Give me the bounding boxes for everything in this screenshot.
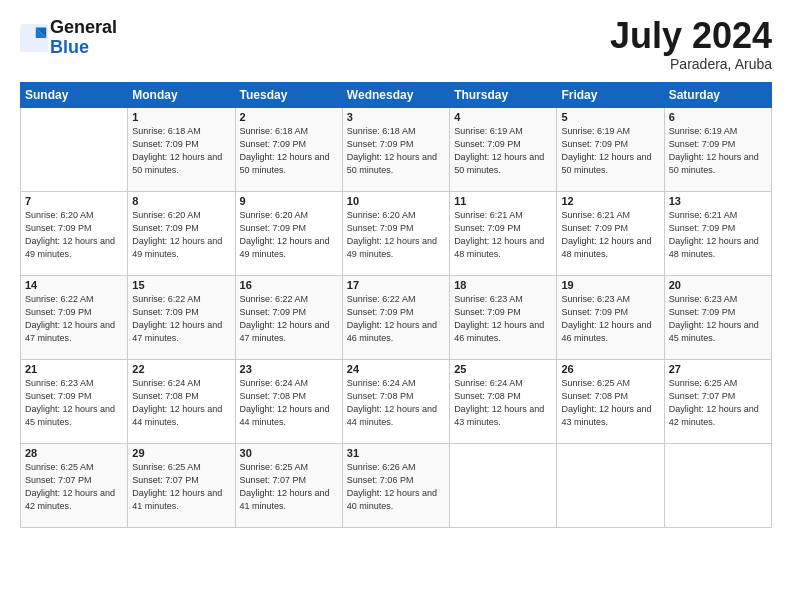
day-cell: 15Sunrise: 6:22 AMSunset: 7:09 PMDayligh… [128, 276, 235, 360]
day-number: 9 [240, 195, 338, 207]
day-cell: 26Sunrise: 6:25 AMSunset: 7:08 PMDayligh… [557, 360, 664, 444]
day-number: 14 [25, 279, 123, 291]
week-row-1: 7Sunrise: 6:20 AMSunset: 7:09 PMDaylight… [21, 192, 772, 276]
day-number: 11 [454, 195, 552, 207]
day-info: Sunrise: 6:20 AMSunset: 7:09 PMDaylight:… [132, 209, 230, 261]
day-number: 5 [561, 111, 659, 123]
day-cell: 30Sunrise: 6:25 AMSunset: 7:07 PMDayligh… [235, 444, 342, 528]
day-cell: 12Sunrise: 6:21 AMSunset: 7:09 PMDayligh… [557, 192, 664, 276]
day-number: 6 [669, 111, 767, 123]
day-info: Sunrise: 6:19 AMSunset: 7:09 PMDaylight:… [454, 125, 552, 177]
logo-general: General [50, 17, 117, 37]
week-row-4: 28Sunrise: 6:25 AMSunset: 7:07 PMDayligh… [21, 444, 772, 528]
day-number: 15 [132, 279, 230, 291]
day-cell [664, 444, 771, 528]
week-row-2: 14Sunrise: 6:22 AMSunset: 7:09 PMDayligh… [21, 276, 772, 360]
header-cell-monday: Monday [128, 83, 235, 108]
day-number: 8 [132, 195, 230, 207]
day-info: Sunrise: 6:24 AMSunset: 7:08 PMDaylight:… [454, 377, 552, 429]
day-cell: 10Sunrise: 6:20 AMSunset: 7:09 PMDayligh… [342, 192, 449, 276]
day-info: Sunrise: 6:24 AMSunset: 7:08 PMDaylight:… [132, 377, 230, 429]
day-number: 27 [669, 363, 767, 375]
day-cell: 31Sunrise: 6:26 AMSunset: 7:06 PMDayligh… [342, 444, 449, 528]
day-number: 7 [25, 195, 123, 207]
day-info: Sunrise: 6:19 AMSunset: 7:09 PMDaylight:… [669, 125, 767, 177]
day-info: Sunrise: 6:21 AMSunset: 7:09 PMDaylight:… [561, 209, 659, 261]
day-cell: 8Sunrise: 6:20 AMSunset: 7:09 PMDaylight… [128, 192, 235, 276]
day-cell: 7Sunrise: 6:20 AMSunset: 7:09 PMDaylight… [21, 192, 128, 276]
day-number: 1 [132, 111, 230, 123]
day-number: 22 [132, 363, 230, 375]
title-block: July 2024 Paradera, Aruba [610, 18, 772, 72]
location: Paradera, Aruba [610, 56, 772, 72]
day-info: Sunrise: 6:21 AMSunset: 7:09 PMDaylight:… [669, 209, 767, 261]
day-cell: 20Sunrise: 6:23 AMSunset: 7:09 PMDayligh… [664, 276, 771, 360]
day-number: 28 [25, 447, 123, 459]
day-cell: 6Sunrise: 6:19 AMSunset: 7:09 PMDaylight… [664, 108, 771, 192]
day-info: Sunrise: 6:19 AMSunset: 7:09 PMDaylight:… [561, 125, 659, 177]
day-cell: 28Sunrise: 6:25 AMSunset: 7:07 PMDayligh… [21, 444, 128, 528]
day-number: 4 [454, 111, 552, 123]
day-cell: 27Sunrise: 6:25 AMSunset: 7:07 PMDayligh… [664, 360, 771, 444]
day-info: Sunrise: 6:20 AMSunset: 7:09 PMDaylight:… [240, 209, 338, 261]
day-info: Sunrise: 6:22 AMSunset: 7:09 PMDaylight:… [240, 293, 338, 345]
day-number: 21 [25, 363, 123, 375]
header-cell-saturday: Saturday [664, 83, 771, 108]
day-info: Sunrise: 6:21 AMSunset: 7:09 PMDaylight:… [454, 209, 552, 261]
day-cell: 9Sunrise: 6:20 AMSunset: 7:09 PMDaylight… [235, 192, 342, 276]
day-cell: 3Sunrise: 6:18 AMSunset: 7:09 PMDaylight… [342, 108, 449, 192]
day-cell: 25Sunrise: 6:24 AMSunset: 7:08 PMDayligh… [450, 360, 557, 444]
day-cell: 24Sunrise: 6:24 AMSunset: 7:08 PMDayligh… [342, 360, 449, 444]
logo: General Blue [20, 18, 117, 58]
day-number: 25 [454, 363, 552, 375]
header-cell-friday: Friday [557, 83, 664, 108]
day-number: 16 [240, 279, 338, 291]
logo-icon [20, 24, 48, 52]
day-cell: 4Sunrise: 6:19 AMSunset: 7:09 PMDaylight… [450, 108, 557, 192]
day-info: Sunrise: 6:25 AMSunset: 7:07 PMDaylight:… [25, 461, 123, 513]
day-number: 17 [347, 279, 445, 291]
day-info: Sunrise: 6:22 AMSunset: 7:09 PMDaylight:… [25, 293, 123, 345]
day-info: Sunrise: 6:23 AMSunset: 7:09 PMDaylight:… [454, 293, 552, 345]
day-cell: 13Sunrise: 6:21 AMSunset: 7:09 PMDayligh… [664, 192, 771, 276]
day-number: 2 [240, 111, 338, 123]
day-number: 12 [561, 195, 659, 207]
day-number: 26 [561, 363, 659, 375]
week-row-0: 1Sunrise: 6:18 AMSunset: 7:09 PMDaylight… [21, 108, 772, 192]
day-info: Sunrise: 6:25 AMSunset: 7:07 PMDaylight:… [669, 377, 767, 429]
day-number: 10 [347, 195, 445, 207]
header-cell-sunday: Sunday [21, 83, 128, 108]
day-number: 13 [669, 195, 767, 207]
day-cell: 29Sunrise: 6:25 AMSunset: 7:07 PMDayligh… [128, 444, 235, 528]
day-cell: 14Sunrise: 6:22 AMSunset: 7:09 PMDayligh… [21, 276, 128, 360]
day-cell: 21Sunrise: 6:23 AMSunset: 7:09 PMDayligh… [21, 360, 128, 444]
day-cell [21, 108, 128, 192]
day-cell: 11Sunrise: 6:21 AMSunset: 7:09 PMDayligh… [450, 192, 557, 276]
day-number: 31 [347, 447, 445, 459]
day-info: Sunrise: 6:18 AMSunset: 7:09 PMDaylight:… [240, 125, 338, 177]
day-number: 19 [561, 279, 659, 291]
day-cell [557, 444, 664, 528]
day-number: 24 [347, 363, 445, 375]
day-number: 20 [669, 279, 767, 291]
day-cell: 18Sunrise: 6:23 AMSunset: 7:09 PMDayligh… [450, 276, 557, 360]
day-number: 30 [240, 447, 338, 459]
day-cell: 22Sunrise: 6:24 AMSunset: 7:08 PMDayligh… [128, 360, 235, 444]
header-row: SundayMondayTuesdayWednesdayThursdayFrid… [21, 83, 772, 108]
header: General Blue July 2024 Paradera, Aruba [20, 18, 772, 72]
day-info: Sunrise: 6:25 AMSunset: 7:07 PMDaylight:… [132, 461, 230, 513]
day-info: Sunrise: 6:23 AMSunset: 7:09 PMDaylight:… [669, 293, 767, 345]
week-row-3: 21Sunrise: 6:23 AMSunset: 7:09 PMDayligh… [21, 360, 772, 444]
day-cell: 23Sunrise: 6:24 AMSunset: 7:08 PMDayligh… [235, 360, 342, 444]
day-info: Sunrise: 6:20 AMSunset: 7:09 PMDaylight:… [25, 209, 123, 261]
day-cell: 2Sunrise: 6:18 AMSunset: 7:09 PMDaylight… [235, 108, 342, 192]
day-info: Sunrise: 6:24 AMSunset: 7:08 PMDaylight:… [240, 377, 338, 429]
month-title: July 2024 [610, 18, 772, 54]
day-number: 29 [132, 447, 230, 459]
day-cell: 5Sunrise: 6:19 AMSunset: 7:09 PMDaylight… [557, 108, 664, 192]
day-info: Sunrise: 6:22 AMSunset: 7:09 PMDaylight:… [132, 293, 230, 345]
day-number: 18 [454, 279, 552, 291]
logo-blue: Blue [50, 37, 89, 57]
day-info: Sunrise: 6:25 AMSunset: 7:08 PMDaylight:… [561, 377, 659, 429]
day-cell [450, 444, 557, 528]
